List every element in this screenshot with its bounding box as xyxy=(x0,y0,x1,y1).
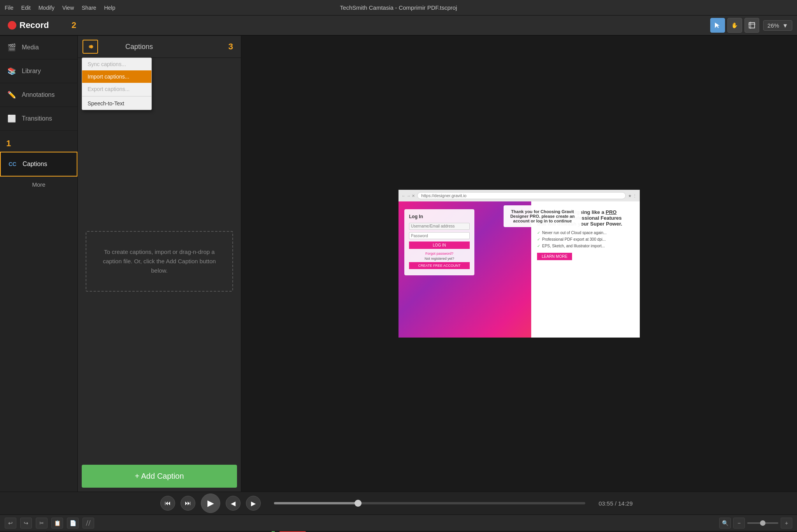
create-account-button[interactable]: CREATE FREE ACCOUNT xyxy=(409,262,470,269)
cut-button[interactable]: ✂ xyxy=(36,518,47,528)
speech-to-text-item[interactable]: Speech-to-Text xyxy=(82,97,151,110)
preview-banner: Thank you for Choosing Gravit Designer P… xyxy=(504,205,581,227)
zoom-out-button[interactable]: − xyxy=(733,518,745,528)
tool-buttons: ✋ xyxy=(710,18,759,33)
library-label: Library xyxy=(22,68,41,75)
menu-edit[interactable]: Edit xyxy=(21,5,31,11)
import-captions-item[interactable]: Import captions... xyxy=(82,70,151,83)
sidebar-item-media[interactable]: 🎬 Media xyxy=(0,36,77,60)
timeline-toolbar: ↩ ↪ ✂ 📋 📄 ⧸⧸ 🔍 − + xyxy=(0,515,797,531)
progress-fill xyxy=(274,502,358,504)
captions-dropdown-menu: Sync captions... Import captions... Expo… xyxy=(82,58,152,110)
menu-modify[interactable]: Modify xyxy=(39,5,54,11)
captions-icon: CC xyxy=(7,159,18,170)
menu-bar: File Edit Modify View Share Help TechSmi… xyxy=(0,0,797,16)
step-2-indicator: 2 xyxy=(72,20,76,30)
add-caption-label: + Add Caption xyxy=(135,472,184,481)
main-area: 🎬 Media 📚 Library ✏️ Annotations ⬜ Trans… xyxy=(0,36,797,492)
paste-button[interactable]: 📄 xyxy=(67,518,79,528)
zoom-selector[interactable]: 26% ▼ xyxy=(763,20,792,31)
login-box: Log In LOG IN Forgot password? Not regis… xyxy=(404,209,474,275)
captions-panel: Captions 3 Sync captions... Import capti… xyxy=(78,36,241,492)
zoom-slider[interactable] xyxy=(747,522,778,524)
media-icon: 🎬 xyxy=(6,42,17,53)
sidebar-item-annotations[interactable]: ✏️ Annotations xyxy=(0,83,77,107)
login-button[interactable]: LOG IN xyxy=(409,242,470,249)
zoom-slider-handle[interactable] xyxy=(760,520,765,526)
captions-title: Captions xyxy=(125,43,153,51)
svg-marker-0 xyxy=(715,23,720,28)
timeline-area: ↩ ↪ ✂ 📋 📄 ⧸⧸ 🔍 − + + ▲ Quiz xyxy=(0,515,797,532)
rewind-button[interactable]: ⏮ xyxy=(160,496,175,511)
select-tool[interactable] xyxy=(710,18,725,33)
captions-empty-text: To create captions, import or drag-n-dro… xyxy=(103,248,216,274)
annotations-icon: ✏️ xyxy=(6,89,17,100)
browser-url: https://designer.gravit.io xyxy=(417,192,626,199)
left-panel: 🎬 Media 📚 Library ✏️ Annotations ⬜ Trans… xyxy=(0,36,78,492)
zoom-level: 26% xyxy=(767,22,779,29)
no-account: Not registered yet? xyxy=(409,257,470,261)
sidebar-item-captions[interactable]: CC Captions xyxy=(0,152,77,177)
captions-header: Captions 3 xyxy=(78,36,241,58)
svg-rect-2 xyxy=(749,23,755,28)
add-caption-button[interactable]: + Add Caption xyxy=(82,465,237,488)
dropdown-divider xyxy=(82,96,151,96)
export-captions-item[interactable]: Export captions... xyxy=(82,83,151,95)
learn-more-button[interactable]: LEARN MORE xyxy=(537,253,572,260)
frame-back-button[interactable]: ⏭ xyxy=(181,496,195,511)
step-1-indicator: 1 xyxy=(0,131,77,152)
library-icon: 📚 xyxy=(6,66,17,77)
zoom-area: 🔍 − + xyxy=(719,518,792,528)
zoom-chevron-icon: ▼ xyxy=(782,22,788,29)
window-title: TechSmith Camtasia - Comprimir PDF.tscpr… xyxy=(340,4,457,11)
record-button[interactable]: Record xyxy=(5,19,52,32)
transitions-icon: ⬜ xyxy=(6,113,17,124)
copy-button[interactable]: 📋 xyxy=(51,518,63,528)
password-field[interactable] xyxy=(409,232,470,239)
feature-1: Never run out of Cloud space again... xyxy=(537,231,634,235)
play-pause-button[interactable]: ▶ xyxy=(201,494,220,513)
browser-bar: ← → ✕ https://designer.gravit.io ★ ⋮ xyxy=(398,190,640,201)
captions-empty-state: To create captions, import or drag-n-dro… xyxy=(86,231,233,292)
redo-button[interactable]: ↪ xyxy=(20,518,32,528)
prev-marker-button[interactable]: ◀ xyxy=(226,496,241,511)
crop-tool[interactable] xyxy=(744,18,759,33)
playback-bar: ⏮ ⏭ ▶ ◀ ▶ 03:55 / 14:29 xyxy=(0,492,797,515)
record-label: Record xyxy=(19,20,49,30)
svg-text:✋: ✋ xyxy=(731,22,738,29)
sidebar-item-library[interactable]: 📚 Library xyxy=(0,60,77,83)
transitions-label: Transitions xyxy=(22,115,52,122)
email-field[interactable] xyxy=(409,223,470,230)
split-button[interactable]: ⧸⧸ xyxy=(83,518,94,528)
captions-label: Captions xyxy=(23,161,47,168)
menu-help[interactable]: Help xyxy=(104,5,115,11)
sidebar-item-transitions[interactable]: ⬜ Transitions xyxy=(0,107,77,131)
more-button[interactable]: More xyxy=(0,177,77,192)
captions-body: To create captions, import or drag-n-dro… xyxy=(78,58,241,465)
annotations-label: Annotations xyxy=(22,91,55,98)
menu-share[interactable]: Share xyxy=(82,5,96,11)
next-marker-button[interactable]: ▶ xyxy=(246,496,261,511)
captions-settings-button[interactable] xyxy=(83,40,98,54)
zoom-in-button[interactable]: + xyxy=(781,518,792,528)
step-3-indicator: 3 xyxy=(228,42,233,52)
sync-captions-item[interactable]: Sync captions... xyxy=(82,58,151,70)
toolbar: Record 2 ✋ 26% ▼ xyxy=(0,16,797,36)
forgot-password[interactable]: Forgot password? xyxy=(409,252,470,256)
pan-tool[interactable]: ✋ xyxy=(727,18,742,33)
preview-area: ← → ✕ https://designer.gravit.io ★ ⋮ Log… xyxy=(241,36,797,492)
media-label: Media xyxy=(22,44,39,51)
preview-screen: ← → ✕ https://designer.gravit.io ★ ⋮ Log… xyxy=(398,190,640,338)
record-dot xyxy=(8,21,16,30)
progress-handle[interactable] xyxy=(355,500,362,507)
feature-2: Professional PDF export at 300 dpi... xyxy=(537,237,634,242)
menu-file[interactable]: File xyxy=(5,5,14,11)
menu-view[interactable]: View xyxy=(62,5,74,11)
zoom-search-button[interactable]: 🔍 xyxy=(719,518,731,528)
progress-bar[interactable] xyxy=(274,502,585,504)
undo-button[interactable]: ↩ xyxy=(5,518,16,528)
login-title: Log In xyxy=(409,214,470,219)
time-display: 03:55 / 14:29 xyxy=(599,500,633,507)
preview-content: Log In LOG IN Forgot password? Not regis… xyxy=(398,201,640,338)
feature-3: EPS, Sketch, and Illustrator import... xyxy=(537,244,634,248)
